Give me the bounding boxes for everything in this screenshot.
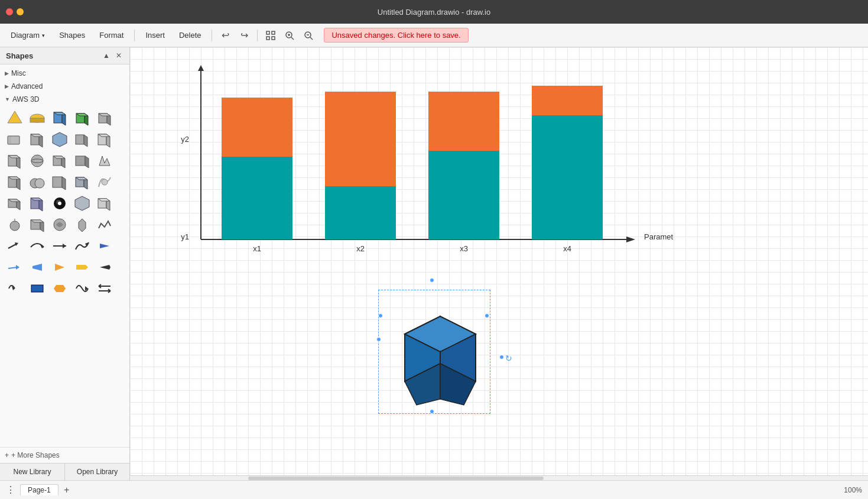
sidebar-collapse-button[interactable]: ▲	[101, 51, 112, 60]
category-aws3d[interactable]: ▼ AWS 3D	[0, 93, 129, 106]
shape-item[interactable]	[50, 278, 70, 299]
shape-item[interactable]	[27, 172, 47, 192]
shape-item[interactable]	[95, 151, 115, 171]
shape-item[interactable]	[5, 257, 25, 277]
shape-item[interactable]	[72, 151, 92, 171]
shape-item[interactable]	[5, 278, 25, 299]
svg-marker-84	[32, 264, 42, 271]
save-notification[interactable]: Unsaved changes. Click here to save.	[324, 28, 468, 43]
format-menu[interactable]: Format	[93, 28, 129, 42]
page-tab[interactable]: Page-1	[20, 484, 58, 495]
shape-item[interactable]	[50, 151, 70, 171]
undo-button[interactable]: ↩	[217, 27, 233, 44]
shape-item[interactable]	[27, 129, 47, 150]
svg-rect-2	[266, 37, 269, 40]
shape-item[interactable]	[27, 108, 47, 128]
sidebar-close-button[interactable]: ✕	[114, 51, 123, 60]
shape-item[interactable]	[50, 172, 70, 192]
svg-point-68	[10, 221, 19, 231]
svg-marker-74	[79, 219, 86, 232]
shape-item[interactable]	[95, 108, 115, 128]
diagram-dropdown-icon: ▾	[42, 33, 45, 38]
svg-marker-94	[626, 236, 635, 242]
canvas[interactable]: y1 y2 x1 x2 x3 x4 Parameter x	[130, 47, 868, 480]
shape-item[interactable]	[5, 129, 25, 150]
shape-item[interactable]	[50, 257, 70, 277]
shape-item[interactable]	[5, 108, 25, 128]
shape-item[interactable]	[27, 236, 47, 256]
menu-separator-3	[257, 30, 258, 41]
shape-item[interactable]	[50, 193, 70, 213]
misc-arrow-icon: ▶	[5, 70, 9, 76]
shape-item[interactable]	[27, 278, 47, 299]
fit-page-button[interactable]	[262, 27, 279, 44]
svg-marker-50	[62, 177, 66, 190]
zoom-level: 100%	[844, 486, 862, 494]
zoom-in-button[interactable]	[281, 27, 298, 44]
shape-item[interactable]	[5, 236, 25, 256]
svg-rect-13	[30, 118, 44, 122]
svg-marker-11	[8, 111, 22, 123]
open-library-button[interactable]: Open Library	[65, 464, 129, 480]
selection-handle-top[interactable]	[430, 278, 434, 283]
svg-rect-103	[222, 157, 292, 239]
shape-item[interactable]	[95, 215, 115, 235]
shapes-list: ▶ Misc ▶ Advanced ▼ AWS 3D	[0, 64, 129, 447]
shape-item[interactable]	[50, 129, 70, 150]
minimize-button[interactable]	[17, 8, 24, 15]
shape-item[interactable]	[27, 151, 47, 171]
shape-item[interactable]	[95, 257, 115, 277]
delete-button[interactable]: Delete	[173, 28, 207, 42]
shape-item[interactable]	[95, 193, 115, 213]
shape-item[interactable]	[5, 172, 25, 192]
statusbar-left: ⋮ Page-1 +	[6, 484, 73, 496]
shape-item[interactable]	[72, 278, 92, 299]
svg-marker-85	[55, 264, 64, 271]
new-library-button[interactable]: New Library	[0, 464, 65, 480]
shape-item[interactable]	[50, 236, 70, 256]
shape-item[interactable]	[50, 215, 70, 235]
zoom-out-button[interactable]	[300, 27, 317, 44]
shape-item[interactable]	[95, 236, 115, 256]
category-advanced[interactable]: ▶ Advanced	[0, 80, 129, 93]
svg-point-54	[102, 179, 108, 185]
shape-item[interactable]	[72, 257, 92, 277]
shape-item[interactable]	[72, 129, 92, 150]
shape-container[interactable]: ↻	[366, 278, 514, 426]
shape-item[interactable]	[50, 108, 70, 128]
shape-item[interactable]	[72, 215, 92, 235]
close-button[interactable]	[6, 8, 13, 15]
scrollbar-thumb[interactable]	[248, 477, 544, 480]
insert-button[interactable]: Insert	[139, 28, 171, 42]
shape-item[interactable]	[27, 193, 47, 213]
rotate-handle-icon[interactable]: ↻	[505, 354, 512, 363]
shape-item[interactable]	[95, 129, 115, 150]
diagram-menu[interactable]: Diagram ▾	[5, 28, 51, 42]
window-title: Untitled Diagram.drawio - draw.io	[378, 8, 490, 17]
svg-marker-95	[198, 65, 204, 71]
aws3d-label: AWS 3D	[12, 95, 40, 103]
shape-item[interactable]	[72, 108, 92, 128]
shapes-menu[interactable]: Shapes	[53, 28, 91, 42]
sidebar: Shapes ▲ ✕ ▶ Misc ▶ Advanced ▼ AWS 3D	[0, 47, 130, 480]
shape-item[interactable]	[72, 172, 92, 192]
shape-svg[interactable]	[375, 287, 505, 417]
shape-item[interactable]	[5, 151, 25, 171]
shape-item[interactable]	[95, 278, 115, 299]
aws3d-arrow-icon: ▼	[5, 96, 10, 102]
svg-rect-0	[266, 31, 269, 34]
shape-item[interactable]	[72, 236, 92, 256]
shape-item[interactable]	[72, 193, 92, 213]
shape-item[interactable]	[27, 215, 47, 235]
horizontal-scrollbar[interactable]	[130, 475, 868, 480]
shape-item[interactable]	[5, 215, 25, 235]
dots-icon[interactable]: ⋮	[6, 484, 15, 495]
shape-item[interactable]	[5, 193, 25, 213]
svg-rect-108	[428, 92, 499, 151]
more-shapes-button[interactable]: + + More Shapes	[0, 447, 129, 463]
shape-item[interactable]	[95, 172, 115, 192]
shape-item[interactable]	[27, 257, 47, 277]
add-page-button[interactable]: +	[61, 484, 73, 496]
redo-button[interactable]: ↪	[236, 27, 252, 44]
category-misc[interactable]: ▶ Misc	[0, 67, 129, 80]
